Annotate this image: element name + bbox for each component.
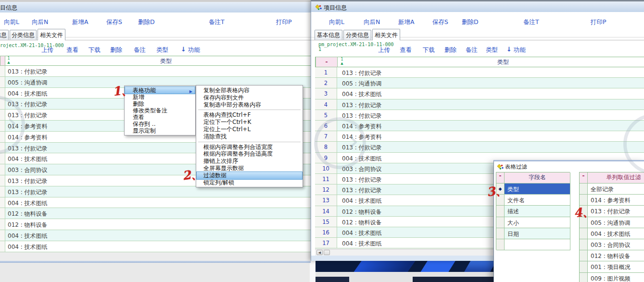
left-file-action-上传[interactable]: 上传 — [41, 46, 53, 54]
row-type-value: 013 : 付款记录 — [342, 186, 382, 195]
submenu-item-根据内容调整各列合适宽度[interactable]: 根据内容调整各列合适宽度 — [197, 144, 302, 151]
filter-value-row[interactable]: 003 : 合同协议 — [588, 239, 644, 250]
left-toolbar-button-5[interactable]: 删除D — [138, 18, 155, 26]
row-number-sliver — [0, 241, 5, 252]
right-file-action-删除[interactable]: 删除 — [444, 46, 456, 54]
right-toolbar-button-6[interactable]: 备注T — [523, 18, 539, 26]
table-row[interactable]: 3004 : 技术图纸 — [315, 88, 644, 99]
right-file-action-下载[interactable]: 下载 — [423, 46, 435, 54]
right-toolbar-button-4[interactable]: 保存S — [432, 18, 448, 26]
left-file-action-类型[interactable]: 类型 — [156, 46, 168, 54]
desktop-dark-patch — [413, 277, 496, 282]
left-toolbar-button-4[interactable]: 保存S — [106, 18, 122, 26]
left-toolbar-button-6[interactable]: 备注T — [209, 18, 225, 26]
app-icon — [316, 3, 322, 10]
table-row[interactable]: 6014 : 参考资料 — [315, 121, 644, 131]
table-row[interactable]: 2005 : 沟通协调 — [315, 78, 644, 88]
row-type-value: 013 : 付款记录 — [342, 101, 382, 110]
left-file-action-删除[interactable]: 删除 — [110, 46, 122, 54]
filter-value-row[interactable]: 009 : 图片视频 — [588, 273, 644, 282]
menu-item-修改类型备注[interactable]: 修改类型备注 — [125, 107, 195, 114]
right-tab-相关文件[interactable]: 相关文件 — [372, 29, 400, 40]
value-row-gutter — [580, 239, 588, 250]
filter-value-row[interactable]: 012 : 物料设备 — [588, 250, 644, 261]
left-function-menu[interactable]: 功能 — [188, 46, 200, 54]
scroll-left-button[interactable]: ◀ — [316, 250, 323, 255]
submenu-item-表格内查找Ctrl+F[interactable]: 表格内查找Ctrl+F — [197, 111, 302, 119]
filter-field-row[interactable] — [505, 239, 570, 250]
filter-field-row[interactable]: 类型 — [505, 184, 570, 195]
left-toolbar-button-7[interactable]: 打印P — [276, 18, 292, 26]
left-file-action-备注[interactable]: 备注 — [134, 46, 146, 54]
table-row[interactable]: 013 : 付款记录 — [0, 186, 314, 197]
right-toolbar-button-5[interactable]: 删除D — [462, 18, 479, 26]
right-file-action-备注[interactable]: 备注 — [466, 46, 478, 54]
submenu-item-定位上一个Ctrl+L[interactable]: 定位上一个Ctrl+L — [197, 126, 302, 133]
left-toolbar-button-3[interactable]: 新增A — [72, 18, 88, 26]
menu-item-查看[interactable]: 查看 — [125, 114, 195, 121]
right-toolbar-button-7[interactable]: 打印P — [591, 18, 606, 26]
menu-item-保存到 ..[interactable]: 保存到 .. — [125, 121, 195, 127]
submenu-item-清除查找[interactable]: 清除查找 — [197, 133, 302, 140]
filter-value-row[interactable]: 014 : 参考资料 — [588, 195, 644, 206]
table-row[interactable]: 5013 : 付款记录 — [315, 110, 644, 121]
left-tab-基本信息[interactable]: 基本信息 — [0, 30, 9, 40]
submenu-item-复制选中部分表格内容[interactable]: 复制选中部分表格内容 — [197, 101, 302, 109]
filter-field-row[interactable]: 文件名 — [505, 195, 570, 206]
right-file-action-上传[interactable]: 上传 — [378, 46, 390, 54]
table-row[interactable]: 013 : 付款记录 — [0, 66, 314, 77]
filter-value-row[interactable]: 013 : 付款记录 — [588, 206, 644, 217]
left-window-titlebar[interactable] — [0, 2, 314, 12]
right-grid-gutter-header[interactable]: - — [316, 57, 338, 67]
right-file-action-类型[interactable]: 类型 — [486, 46, 498, 54]
right-file-action-查看[interactable]: 查看 — [400, 46, 412, 54]
submenu-item-撤销上次排序[interactable]: 撤销上次排序 — [197, 158, 302, 165]
desktop-dark-patch — [316, 277, 349, 282]
filter-value-row[interactable]: 001 : 项目概况 — [588, 261, 644, 272]
submenu-item-根据内容调整各列合适高度[interactable]: 根据内容调整各列合适高度 — [197, 150, 302, 158]
menu-item-显示定制[interactable]: 显示定制 — [125, 127, 195, 134]
left-toolbar-button-1[interactable]: 向前L — [4, 18, 19, 26]
right-toolbar-button-2[interactable]: 向后N — [364, 18, 380, 26]
left-tab-分类信息[interactable]: 分类信息 — [10, 30, 37, 40]
submenu-item-锁定列/解锁[interactable]: 锁定列/解锁 — [197, 179, 302, 186]
right-function-menu[interactable]: 功能 — [514, 46, 526, 54]
table-row[interactable]: 004 : 技术图纸 — [0, 197, 314, 208]
table-row[interactable]: 1013 : 付款记录 — [315, 67, 644, 78]
left-tab-相关文件[interactable]: 相关文件 — [38, 29, 65, 40]
field-row-gutter — [496, 228, 505, 239]
table-row[interactable]: 4013 : 付款记录 — [315, 99, 644, 110]
submenu-item-保存内容到文件[interactable]: 保存内容到文件 — [197, 94, 302, 101]
filter-value-row[interactable]: 005 : 沟通协调 — [588, 217, 644, 228]
window-edge-strip — [310, 261, 316, 282]
scroll-thumb[interactable] — [324, 250, 330, 255]
table-row[interactable]: 012 : 物料设备 — [0, 219, 314, 230]
filter-value-row[interactable]: 004 : 技术图纸 — [588, 228, 644, 239]
table-row[interactable]: 012 : 物料设备 — [0, 208, 314, 219]
right-toolbar-button-3[interactable]: 新增A — [398, 18, 415, 26]
left-grid-corner — [0, 56, 5, 66]
submenu-item-复制全部表格内容[interactable]: 复制全部表格内容 — [197, 87, 302, 94]
table-row[interactable]: 004 : 技术图纸 — [0, 241, 314, 252]
menu-item-删除[interactable]: 删除 — [125, 100, 195, 107]
left-file-action-查看[interactable]: 查看 — [66, 46, 78, 54]
right-column-header-type[interactable]: 类型 — [340, 58, 644, 66]
left-file-action-下载[interactable]: 下载 — [88, 46, 101, 54]
menu-item-新增[interactable]: 新增 — [125, 94, 195, 100]
submenu-item-全屏幕显示数据[interactable]: 全屏幕显示数据 — [197, 165, 302, 172]
sort-asc-icon[interactable]: 1▲ — [6, 57, 11, 64]
submenu-item-定位下一个Ctrl+K[interactable]: 定位下一个Ctrl+K — [197, 119, 302, 126]
table-row[interactable]: 004 : 技术图纸 — [0, 230, 314, 241]
menu-item-表格功能[interactable]: 表格功能▶ — [125, 87, 195, 94]
right-window-titlebar[interactable] — [311, 1, 644, 12]
filter-value-row[interactable]: 全部记录 — [588, 184, 644, 195]
submenu-item-过滤数据[interactable]: 过滤数据 — [197, 172, 302, 179]
filter-field-row[interactable]: 描述 — [505, 206, 570, 217]
filter-field-row[interactable]: 大小 — [505, 217, 570, 228]
right-tab-基本信息[interactable]: 基本信息 — [315, 30, 342, 40]
left-column-header-type[interactable]: 类型 — [14, 57, 317, 65]
filter-field-row[interactable]: 日期 — [505, 228, 570, 239]
right-toolbar-button-1[interactable]: 向前L — [329, 18, 344, 26]
right-tab-分类信息[interactable]: 分类信息 — [343, 30, 371, 40]
left-toolbar-button-2[interactable]: 向后N — [32, 18, 48, 26]
